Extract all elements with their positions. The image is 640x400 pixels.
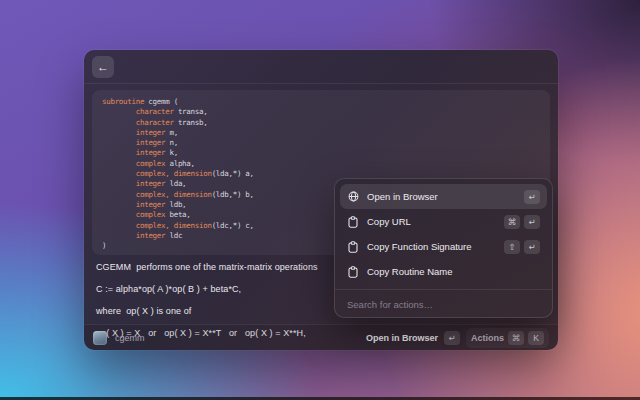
actions-button-label: Actions	[471, 333, 504, 343]
menu-item-shortcuts: ⇧↵	[504, 240, 540, 254]
actions-search-input[interactable]	[347, 299, 540, 310]
back-button[interactable]: ←	[92, 56, 114, 78]
current-item-label: cgemm	[115, 333, 145, 343]
actions-menu-list: Open in Browser↵Copy URL⌘↵Copy Function …	[335, 179, 552, 289]
code-line: character transa,	[102, 107, 540, 117]
code-line: subroutine cgemm (	[102, 97, 540, 107]
menu-item-copy-url[interactable]: Copy URL⌘↵	[340, 209, 547, 234]
code-line: integer m,	[102, 128, 540, 138]
code-line: integer n,	[102, 138, 540, 148]
clipboard-icon	[347, 266, 359, 278]
code-line: integer k,	[102, 148, 540, 158]
menu-item-shortcuts: ↵	[524, 190, 540, 204]
actions-button[interactable]: Actions ⌘K	[466, 328, 549, 348]
clipboard-icon	[347, 241, 359, 253]
status-bar: cgemm Open in Browser ↵ Actions ⌘K	[84, 324, 558, 350]
status-bar-actions: Open in Browser ↵ Actions ⌘K	[366, 328, 549, 348]
shortcut-keycap: ⌘	[504, 215, 520, 229]
shortcut-keycap: ↵	[524, 240, 540, 254]
actions-keycap: K	[528, 331, 544, 345]
shortcut-keycap: ⇧	[504, 240, 520, 254]
app-favicon	[93, 331, 107, 345]
primary-action-button[interactable]: Open in Browser	[366, 333, 438, 343]
actions-search-row	[335, 289, 552, 318]
shortcut-keycap: ↵	[524, 215, 540, 229]
menu-item-shortcuts: ⌘↵	[504, 215, 540, 229]
menu-item-label: Copy URL	[367, 216, 411, 227]
window-header: ←	[84, 50, 558, 84]
menu-item-copy-routine-name[interactable]: Copy Routine Name	[340, 259, 547, 284]
menu-item-label: Copy Function Signature	[367, 241, 472, 252]
globe-icon	[347, 191, 359, 203]
menu-item-label: Open in Browser	[367, 191, 438, 202]
actions-keycap: ⌘	[508, 331, 524, 345]
back-arrow-icon: ←	[97, 60, 109, 74]
actions-popup-menu: Open in Browser↵Copy URL⌘↵Copy Function …	[334, 178, 553, 318]
menu-item-label: Copy Routine Name	[367, 266, 453, 277]
menu-item-copy-function-signature[interactable]: Copy Function Signature⇧↵	[340, 234, 547, 259]
desktop-background: ← subroutine cgemm ( character transa, c…	[0, 0, 640, 400]
code-line: character transb,	[102, 118, 540, 128]
code-line: complex alpha,	[102, 159, 540, 169]
clipboard-icon	[347, 216, 359, 228]
return-keycap: ↵	[444, 331, 460, 345]
shortcut-keycap: ↵	[524, 190, 540, 204]
menu-item-open-in-browser[interactable]: Open in Browser↵	[340, 184, 547, 209]
actions-keycaps: ⌘K	[508, 331, 544, 345]
